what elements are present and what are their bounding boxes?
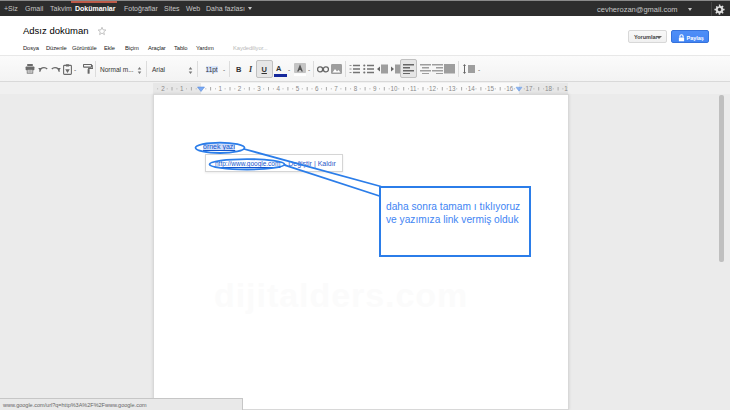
svg-text:11: 11 <box>410 85 417 92</box>
svg-text:12: 12 <box>429 85 437 92</box>
svg-text:2: 2 <box>238 85 242 92</box>
svg-text:15: 15 <box>487 85 495 92</box>
svg-text:5: 5 <box>296 85 300 92</box>
svg-text:13: 13 <box>448 85 456 92</box>
svg-text:1: 1 <box>219 85 223 92</box>
svg-text:18: 18 <box>545 85 553 92</box>
svg-text:1: 1 <box>180 85 184 92</box>
svg-text:4: 4 <box>276 85 280 92</box>
svg-text:19: 19 <box>564 85 568 92</box>
svg-text:8: 8 <box>354 85 358 92</box>
svg-text:10: 10 <box>390 85 398 92</box>
svg-text:3: 3 <box>257 85 261 92</box>
svg-text:7: 7 <box>334 85 338 92</box>
svg-text:17: 17 <box>526 85 534 92</box>
svg-text:14: 14 <box>468 85 476 92</box>
svg-text:9: 9 <box>373 85 377 92</box>
svg-text:16: 16 <box>506 85 514 92</box>
svg-text:2: 2 <box>161 85 165 92</box>
svg-text:6: 6 <box>315 85 319 92</box>
